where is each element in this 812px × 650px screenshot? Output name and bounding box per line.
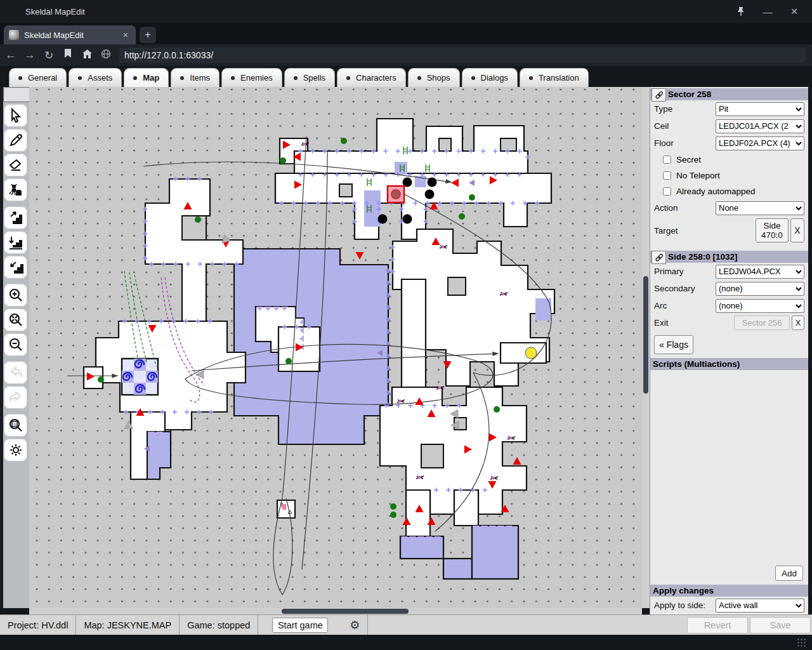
tab-bullet-icon: [180, 76, 184, 80]
scripts-header-label: Scripts (Multiactions): [653, 359, 740, 369]
action-label: Action: [654, 203, 678, 213]
status-map: Map: JESKYNE.MAP: [76, 615, 180, 635]
floor-label: Floor: [654, 138, 674, 148]
add-script-button[interactable]: Add: [775, 566, 803, 581]
tab-characters[interactable]: Characters: [337, 68, 406, 87]
bookmark-icon[interactable]: [60, 49, 76, 62]
window-bottom-edge: [0, 635, 812, 650]
tab-close-icon[interactable]: ×: [121, 30, 131, 40]
stairs-descend-tool-button[interactable]: [4, 256, 27, 279]
settings-tool-button[interactable]: [4, 439, 27, 461]
zoom-fit-icon: [8, 312, 23, 328]
zoom-out-tool-button[interactable]: [4, 333, 27, 356]
tab-map[interactable]: Map: [124, 68, 169, 87]
vertical-scrollbar-thumb[interactable]: [643, 276, 648, 394]
revert-button: Revert: [687, 617, 748, 633]
close-button[interactable]: ×: [785, 4, 803, 19]
flags-button[interactable]: « Flags: [654, 335, 693, 354]
window-right-edge: [808, 174, 812, 650]
target-clear-button[interactable]: X: [790, 218, 804, 242]
status-project: Project: HV.ddl: [0, 615, 76, 635]
back-icon[interactable]: ←: [3, 49, 19, 62]
secondary-label: Secondary: [654, 284, 695, 293]
pit-icon: [425, 190, 435, 199]
target-side-button[interactable]: Side470:0: [756, 218, 789, 242]
apply-to-side-select[interactable]: Active wall: [716, 599, 804, 613]
ceil-select[interactable]: LEDJC01A.PCX (2: [716, 119, 804, 133]
map-drawing[interactable]: [29, 87, 642, 608]
vertical-scrollbar[interactable]: [642, 87, 650, 608]
tab-enemies[interactable]: Enemies: [221, 68, 282, 87]
url-input[interactable]: http://127.0.0.1:63033/: [119, 48, 806, 63]
horizontal-scrollbar[interactable]: [29, 608, 642, 614]
zoom-in-tool-button[interactable]: [4, 284, 27, 307]
primary-label: Primary: [654, 267, 684, 276]
tab-translation[interactable]: Translation: [520, 68, 589, 87]
monster-tool-button[interactable]: [4, 178, 27, 201]
pit-icon: [428, 178, 437, 187]
horizontal-scrollbar-thumb[interactable]: [282, 609, 409, 614]
svg-text:n: n: [13, 422, 16, 427]
new-tab-button[interactable]: +: [140, 27, 156, 43]
eraser-tool-button[interactable]: [4, 154, 27, 176]
stairs-up-icon: [8, 210, 23, 225]
already-automapped-checkbox[interactable]: [663, 187, 671, 196]
tab-bullet-icon: [294, 76, 298, 80]
link-sector-button[interactable]: [652, 88, 666, 102]
exit-clear-button[interactable]: X: [792, 315, 804, 330]
app-window: Skeldal MapEdit — × Skeldal MapEdit × + …: [0, 0, 812, 650]
reload-icon[interactable]: ↻: [41, 49, 57, 62]
item-dot-icon: [390, 503, 396, 510]
pencil-icon: [8, 133, 23, 148]
pencil-tool-button[interactable]: [4, 129, 27, 152]
stairs-descend-icon: [8, 260, 23, 275]
secondary-select[interactable]: (none): [716, 282, 804, 296]
no-teleport-label: No Teleport: [676, 171, 720, 180]
forward-icon[interactable]: →: [22, 49, 38, 62]
item-dot-icon: [494, 406, 500, 413]
side-header: Side 258:0 [1032]: [650, 251, 808, 263]
item-dot-icon: [459, 213, 465, 220]
tab-shops[interactable]: Shops: [408, 68, 460, 87]
type-select[interactable]: Pit: [716, 102, 804, 116]
home-icon[interactable]: [79, 49, 95, 62]
tab-dialogs[interactable]: Dialogs: [462, 68, 518, 87]
tab-bullet-icon: [133, 76, 137, 80]
pin-icon[interactable]: [732, 4, 750, 19]
browser-tab[interactable]: Skeldal MapEdit ×: [4, 25, 136, 44]
tab-bullet-icon: [18, 76, 22, 80]
game-settings-gear-icon[interactable]: ⚙: [342, 615, 368, 635]
stairs-down-tool-button[interactable]: [4, 231, 27, 254]
properties-panel: Sector 258 Type Pit Ceil LEDJC01A.PCX (2…: [650, 87, 808, 635]
scripts-list[interactable]: [650, 370, 808, 563]
map-canvas[interactable]: [29, 87, 642, 608]
minimize-button[interactable]: —: [759, 4, 776, 19]
item-dot-icon: [341, 138, 347, 144]
tab-items[interactable]: Items: [171, 68, 219, 87]
resize-grip[interactable]: [797, 638, 807, 647]
no-teleport-checkbox[interactable]: [663, 171, 671, 180]
secret-checkbox[interactable]: [663, 156, 671, 164]
save-button: Save: [750, 617, 811, 633]
redo-tool-button: [4, 386, 27, 409]
eraser-icon: [8, 158, 23, 172]
redo-icon: [8, 390, 23, 404]
stairs-up-tool-button[interactable]: [4, 206, 27, 229]
action-select[interactable]: None: [716, 201, 804, 215]
floor-select[interactable]: LEDJF02A.PCX (4): [716, 136, 804, 150]
tab-spells[interactable]: Spells: [284, 68, 335, 87]
tab-assets[interactable]: Assets: [69, 68, 122, 87]
start-game-button[interactable]: Start game: [272, 618, 328, 633]
zoom-out-icon: [8, 337, 23, 352]
primary-select[interactable]: LEDJW04A.PCX: [716, 265, 804, 279]
zoom-number-tool-button[interactable]: n: [4, 414, 27, 437]
secret-label: Secret: [676, 155, 701, 164]
tab-general[interactable]: General: [9, 68, 67, 87]
arc-select[interactable]: (none): [716, 299, 804, 313]
ceil-label: Ceil: [654, 121, 669, 131]
zoom-fit-tool-button[interactable]: [4, 308, 27, 331]
link-side-button[interactable]: [652, 251, 666, 264]
select-cursor-tool-button[interactable]: [4, 104, 27, 127]
item-dot-icon: [195, 216, 201, 223]
side-header-label: Side 258:0 [1032]: [668, 252, 738, 262]
